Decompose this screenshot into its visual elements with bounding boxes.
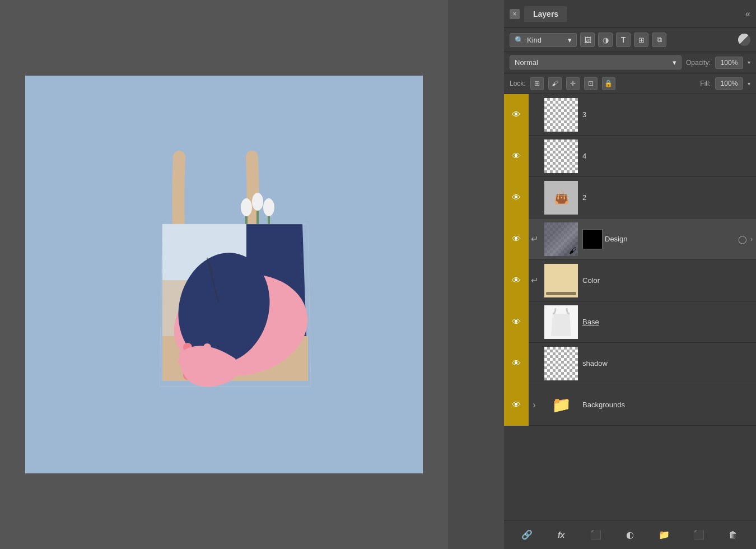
layer-visibility-toggle[interactable]: 👁 xyxy=(504,94,529,136)
layer-thumbnail xyxy=(544,264,578,297)
svg-point-4 xyxy=(252,193,263,211)
eye-icon: 👁 xyxy=(512,110,521,120)
layer-name: Color xyxy=(582,276,756,285)
eye-icon: 👁 xyxy=(512,359,521,369)
layer-link-icon: ◯ xyxy=(738,235,747,244)
layers-panel: × Layers « 🔍 Kind ▾ 🖼 ◑ T ⊞ ⧉ Normal ▾ O… xyxy=(504,0,756,549)
lock-image-button[interactable]: 🖌 xyxy=(548,77,562,90)
layer-name: shadow xyxy=(582,359,756,367)
delete-icon: 🗑 xyxy=(729,530,738,540)
opacity-chevron[interactable]: ▾ xyxy=(748,59,750,66)
layer-row[interactable]: 👁 Base xyxy=(504,301,756,343)
eye-icon: 👁 xyxy=(512,400,521,410)
delete-layer-button[interactable]: 🗑 xyxy=(724,526,742,544)
fill-value[interactable]: 100% xyxy=(715,77,743,90)
blend-mode-value: Normal xyxy=(515,58,538,67)
layer-name: 4 xyxy=(582,152,756,160)
layer-visibility-toggle[interactable]: 👁 xyxy=(504,301,529,343)
new-group-button[interactable]: 📁 xyxy=(655,526,673,544)
panel-toolbar: 🔗 fx ⬛ ◐ 📁 ⬛ 🗑 xyxy=(504,520,756,549)
fx-button[interactable]: fx xyxy=(552,526,570,544)
layer-row[interactable]: 👁 👜 2 xyxy=(504,177,756,218)
search-icon: 🔍 xyxy=(515,36,524,44)
smart-filter-icon[interactable]: ⧉ xyxy=(652,32,666,47)
layer-visibility-toggle[interactable]: 👁 xyxy=(504,260,529,301)
eye-icon: 👁 xyxy=(512,193,521,203)
lock-transparent-button[interactable]: ⊞ xyxy=(530,77,544,90)
add-mask-button[interactable]: ⬛ xyxy=(587,526,605,544)
layer-name: Design xyxy=(605,235,738,243)
new-layer-icon: ⬛ xyxy=(693,529,704,540)
mask-icon: ⬛ xyxy=(590,529,601,540)
lock-position-button[interactable]: ✛ xyxy=(566,77,580,90)
layer-thumbnail xyxy=(544,139,578,173)
eye-icon: 👁 xyxy=(512,234,521,244)
layer-thumbnail xyxy=(544,347,578,380)
layer-thumbnail xyxy=(544,98,578,132)
layer-row-group[interactable]: 👁 › 📁 Backgrounds xyxy=(504,384,756,426)
text-filter-icon[interactable]: T xyxy=(616,32,631,47)
opacity-label: Opacity: xyxy=(686,59,711,67)
canvas-image xyxy=(25,76,423,473)
link-layer-button[interactable]: 🔗 xyxy=(518,526,536,544)
image-filter-icon[interactable]: 🖼 xyxy=(580,32,595,47)
eye-icon: 👁 xyxy=(512,317,521,327)
panel-collapse-button[interactable]: « xyxy=(745,9,750,19)
filter-bar: 🔍 Kind ▾ 🖼 ◑ T ⊞ ⧉ xyxy=(504,28,756,52)
lock-bar: Lock: ⊞ 🖌 ✛ ⊡ 🔒 Fill: 100% ▾ xyxy=(504,73,756,94)
lock-all-button[interactable]: 🔒 xyxy=(602,77,615,90)
lock-artboard-button[interactable]: ⊡ xyxy=(584,77,598,90)
new-layer-button[interactable]: ⬛ xyxy=(690,526,708,544)
adjust-icon: ◐ xyxy=(626,529,634,540)
filter-toggle-circle[interactable] xyxy=(738,34,750,46)
layer-mask-thumbnail xyxy=(582,229,603,249)
layer-row[interactable]: 👁 ↵ 🖌 Design ◯ › xyxy=(504,218,756,260)
panel-close-button[interactable]: × xyxy=(510,9,520,19)
eye-icon: 👁 xyxy=(512,276,521,286)
blend-mode-dropdown[interactable]: Normal ▾ xyxy=(510,55,682,69)
lock-label: Lock: xyxy=(510,80,526,87)
layer-row[interactable]: 👁 shadow xyxy=(504,343,756,384)
fill-chevron[interactable]: ▾ xyxy=(748,81,750,87)
layer-group-icon: 📁 xyxy=(544,388,578,422)
folder-icon: 📁 xyxy=(659,529,670,540)
link-icon: 🔗 xyxy=(521,529,533,540)
layer-visibility-toggle[interactable]: 👁 xyxy=(504,343,529,384)
layer-row[interactable]: 👁 ↵ Color xyxy=(504,260,756,301)
fill-label: Fill: xyxy=(700,80,711,87)
layer-visibility-toggle[interactable]: 👁 xyxy=(504,384,529,426)
layer-visibility-toggle[interactable]: 👁 xyxy=(504,218,529,260)
layer-visibility-toggle[interactable]: 👁 xyxy=(504,136,529,177)
layer-name: Base xyxy=(582,318,756,326)
panel-titlebar: × Layers « xyxy=(504,0,756,28)
panel-title: Layers xyxy=(524,6,567,22)
transform-filter-icon[interactable]: ⊞ xyxy=(634,32,648,47)
fx-icon: fx xyxy=(558,531,564,539)
layer-expand-button[interactable]: › xyxy=(750,235,753,243)
canvas-area xyxy=(0,0,448,549)
layer-row[interactable]: 👁 4 xyxy=(504,136,756,177)
tote-bag-illustration xyxy=(90,112,358,437)
svg-point-5 xyxy=(263,198,274,216)
opacity-value[interactable]: 100% xyxy=(715,57,743,69)
half-circle-filter-icon[interactable]: ◑ xyxy=(598,32,613,47)
svg-point-3 xyxy=(241,198,252,216)
layer-list: 👁 3 👁 4 👁 👜 xyxy=(504,94,756,520)
eye-icon: 👁 xyxy=(512,151,521,161)
layer-name: Backgrounds xyxy=(582,401,756,409)
layer-clip-arrow: ↵ xyxy=(529,234,540,244)
layer-thumbnail: 👜 xyxy=(544,181,578,215)
layer-name: 3 xyxy=(582,110,756,119)
layer-group-expand[interactable]: › xyxy=(529,400,540,410)
blend-mode-bar: Normal ▾ Opacity: 100% ▾ xyxy=(504,52,756,73)
layer-visibility-toggle[interactable]: 👁 xyxy=(504,177,529,218)
adjustment-layer-button[interactable]: ◐ xyxy=(621,526,639,544)
layer-clip-arrow: ↵ xyxy=(529,275,540,286)
layer-thumbnail: 🖌 xyxy=(544,222,578,256)
layer-name: 2 xyxy=(582,193,756,202)
layer-thumbnail xyxy=(544,305,578,339)
kind-dropdown[interactable]: 🔍 Kind ▾ xyxy=(510,33,577,47)
blend-mode-chevron: ▾ xyxy=(673,58,676,67)
layer-row[interactable]: 👁 3 xyxy=(504,94,756,136)
